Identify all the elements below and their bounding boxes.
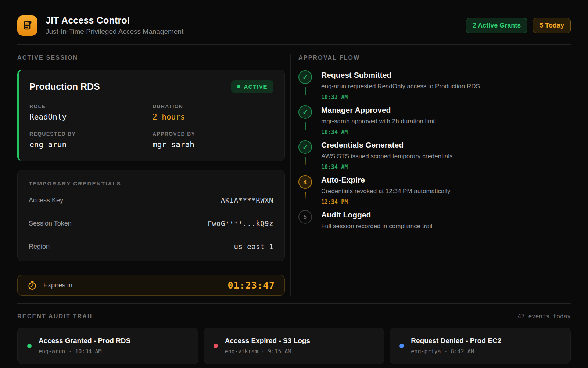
step-timestamp: 12:34 PM (321, 199, 451, 205)
approval-flow-timeline: ✓ Request Submitted eng-arun requested R… (298, 70, 571, 230)
credential-value: AKIA****RWXN (221, 196, 273, 204)
session-field-duration: DURATION 2 hours (153, 103, 273, 121)
step-description: AWS STS issued scoped temporary credenti… (321, 152, 452, 160)
expiry-timer: 01:23:47 (228, 280, 275, 291)
header-divider (17, 44, 571, 45)
flow-step-credentials-generated: ✓ Credentials Generated AWS STS issued s… (298, 140, 571, 170)
credential-label: Region (29, 243, 50, 251)
session-resource-name: Production RDS (29, 81, 100, 92)
flow-step-audit-logged: 5 Audit Logged Full session recorded in … (298, 210, 571, 230)
page-title: JIT Access Control (46, 15, 183, 26)
field-label: REQUESTED BY (29, 131, 153, 137)
header-badges: 2 Active Grants 5 Today (466, 18, 571, 33)
active-session-column: ACTIVE SESSION Production RDS ACTIVE ROL… (17, 54, 285, 296)
flow-step-auto-expire: 4 Auto-Expire Credentials revoked at 12:… (298, 175, 571, 205)
status-label: ACTIVE (244, 84, 268, 90)
check-icon: ✓ (298, 70, 312, 84)
event-status-dot-icon (27, 344, 32, 348)
credential-value: us-east-1 (234, 243, 273, 251)
timeline-connector (305, 122, 306, 130)
timeline-connector (305, 157, 306, 165)
step-description: mgr-sarah approved with 2h duration limi… (321, 117, 436, 125)
step-timestamp: 10:34 AM (321, 129, 436, 135)
events-count: 47 events today (518, 313, 571, 320)
credential-row-session-token: Session Token FwoG****...kQ9z (29, 212, 273, 235)
credential-row-region: Region us-east-1 (29, 235, 273, 258)
audit-event-access-granted[interactable]: Access Granted - Prod RDS eng-arun · 10:… (17, 328, 198, 364)
app-logo (17, 15, 37, 36)
expiry-countdown-bar: Expires in 01:23:47 (17, 275, 285, 296)
approval-flow-heading: APPROVAL FLOW (298, 54, 571, 61)
field-value: eng-arun (29, 140, 153, 149)
step-title: Auto-Expire (321, 176, 451, 184)
credential-row-access-key: Access Key AKIA****RWXN (29, 189, 273, 212)
timeline-connector (305, 192, 306, 200)
field-label: DURATION (153, 103, 273, 109)
session-field-requested-by: REQUESTED BY eng-arun (29, 131, 153, 149)
session-field-approved-by: APPROVED BY mgr-sarah (153, 131, 273, 149)
step-title: Audit Logged (321, 210, 432, 219)
audit-trail-header: RECENT AUDIT TRAIL 47 events today (17, 313, 571, 320)
active-grants-badge: 2 Active Grants (466, 18, 527, 33)
field-label: ROLE (29, 103, 153, 109)
session-field-role: ROLE ReadOnly (29, 103, 153, 121)
step-number-badge: 4 (298, 175, 312, 189)
header-titles: JIT Access Control Just-In-Time Privileg… (46, 15, 183, 36)
jit-access-dashboard: JIT Access Control Just-In-Time Privileg… (0, 0, 588, 368)
field-value: mgr-sarah (153, 140, 273, 149)
credential-value: FwoG****...kQ9z (208, 219, 273, 227)
active-session-card: Production RDS ACTIVE ROLE ReadOnly DURA… (17, 70, 285, 161)
audit-event-title: Access Granted - Prod RDS (39, 337, 130, 345)
credential-label: Session Token (29, 220, 72, 227)
approval-flow-column: APPROVAL FLOW ✓ Request Submitted eng-ar… (291, 54, 571, 296)
header: JIT Access Control Just-In-Time Privileg… (17, 0, 571, 36)
step-title: Manager Approved (321, 106, 436, 114)
status-dot-icon (237, 85, 240, 88)
credentials-heading: TEMPORARY CREDENTIALS (29, 180, 273, 187)
audit-event-access-expired[interactable]: Access Expired - S3 Logs eng-vikram · 9:… (204, 328, 385, 364)
status-badge: ACTIVE (231, 80, 273, 93)
audit-event-meta: eng-priya · 8:42 AM (411, 348, 501, 355)
today-count-badge: 5 Today (533, 18, 571, 33)
main-content: ACTIVE SESSION Production RDS ACTIVE ROL… (17, 54, 571, 296)
step-timestamp: 10:34 AM (321, 164, 452, 170)
audit-event-request-denied[interactable]: Request Denied - Prod EC2 eng-priya · 8:… (390, 328, 571, 364)
check-icon: ✓ (298, 105, 312, 119)
flow-step-request-submitted: ✓ Request Submitted eng-arun requested R… (298, 70, 571, 100)
step-title: Request Submitted (321, 71, 480, 79)
audit-event-title: Request Denied - Prod EC2 (411, 337, 501, 345)
page-subtitle: Just-In-Time Privileged Access Managemen… (46, 28, 183, 36)
step-timestamp: 10:32 AM (321, 94, 480, 100)
field-value: 2 hours (153, 113, 273, 121)
event-status-dot-icon (399, 344, 404, 348)
field-value: ReadOnly (29, 113, 153, 121)
step-number-badge: 5 (298, 210, 312, 224)
audit-event-meta: eng-vikram · 9:15 AM (225, 348, 310, 355)
temporary-credentials-card: TEMPORARY CREDENTIALS Access Key AKIA***… (17, 170, 285, 261)
check-icon: ✓ (298, 140, 312, 154)
event-status-dot-icon (214, 344, 218, 348)
document-badge-icon (22, 20, 33, 31)
session-fields: ROLE ReadOnly DURATION 2 hours REQUESTED… (29, 103, 273, 149)
timeline-connector (305, 87, 306, 95)
timer-clock-icon (27, 280, 37, 290)
audit-trail-heading: RECENT AUDIT TRAIL (17, 313, 94, 320)
credential-label: Access Key (29, 197, 63, 204)
audit-trail-list: Access Granted - Prod RDS eng-arun · 10:… (17, 328, 571, 364)
step-description: Full session recorded in compliance trai… (321, 222, 432, 230)
step-description: eng-arun requested ReadOnly access to Pr… (321, 82, 480, 90)
step-title: Credentials Generated (321, 141, 452, 149)
audit-event-title: Access Expired - S3 Logs (225, 337, 310, 345)
audit-section-divider (17, 303, 571, 304)
active-session-heading: ACTIVE SESSION (17, 54, 285, 61)
flow-step-manager-approved: ✓ Manager Approved mgr-sarah approved wi… (298, 105, 571, 135)
step-description: Credentials revoked at 12:34 PM automati… (321, 187, 451, 195)
audit-event-meta: eng-arun · 10:34 AM (39, 348, 130, 355)
expiry-label: Expires in (43, 282, 72, 289)
field-label: APPROVED BY (153, 131, 273, 137)
